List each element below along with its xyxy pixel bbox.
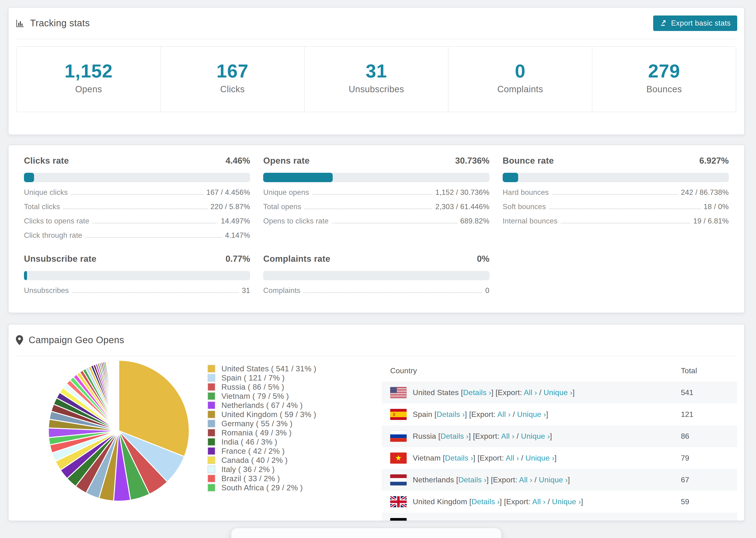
column-header-country: Country — [382, 360, 681, 382]
legend-item-label: France ( 42 / 2% ) — [221, 447, 285, 456]
export-unique-link[interactable]: Unique › — [544, 388, 572, 397]
export-all-link[interactable]: All › — [509, 519, 523, 521]
stat-line: Complaints 0 — [263, 287, 489, 295]
details-link[interactable]: Details › — [458, 476, 486, 484]
stat-line: Unique opens 1,152 / 30.736% — [263, 188, 489, 196]
legend-item-france[interactable]: France ( 42 / 2% ) — [207, 447, 316, 456]
legend-item-vietnam[interactable]: Vietnam ( 79 / 5% ) — [207, 392, 316, 401]
stat-line-label: Total opens — [263, 203, 301, 211]
legend-color-swatch — [207, 392, 215, 400]
export-basic-stats-button[interactable]: Export basic stats — [653, 16, 737, 31]
export-all-link[interactable]: All › — [497, 410, 511, 418]
legend-item-italy[interactable]: Italy ( 36 / 2% ) — [207, 465, 316, 474]
legend-item-russia[interactable]: Russia ( 86 / 5% ) — [207, 382, 316, 392]
summary-stat-clicks: 167 Clicks — [161, 47, 305, 112]
progress-bar — [24, 271, 250, 280]
dotted-leader — [303, 292, 482, 293]
stat-line: Click through rate 4.147% — [24, 232, 250, 240]
dotted-leader — [549, 208, 700, 209]
export-prefix: ] [Export: — [491, 388, 523, 397]
link-separator: / — [519, 454, 525, 462]
summary-stat-label: Bounces — [592, 84, 736, 94]
country-total-value: 121 — [681, 404, 737, 425]
country-name: Netherlands [ — [413, 476, 458, 484]
dotted-leader — [63, 208, 207, 209]
export-unique-link[interactable]: Unique › — [517, 410, 546, 418]
country-row-vn: Vietnam [Details ›] [Export: All › / Uni… — [382, 447, 737, 469]
legend-item-label: Canada ( 40 / 2% ) — [221, 456, 288, 465]
legend-item-label: Spain ( 121 / 7% ) — [221, 373, 285, 382]
stat-line: Total opens 2,303 / 61.446% — [263, 203, 489, 211]
legend-color-swatch — [207, 438, 215, 446]
summary-stat-bounces: 279 Bounces — [592, 47, 736, 112]
country-name: Spain [ — [413, 410, 437, 418]
export-prefix: ] [Export: — [465, 410, 497, 418]
rate-section-title: Opens rate — [263, 156, 309, 166]
details-link[interactable]: Details › — [445, 454, 473, 462]
country-flag-icon — [390, 496, 406, 507]
export-unique-link[interactable]: Unique › — [539, 476, 568, 484]
export-prefix: ] [Export: — [486, 476, 519, 484]
legend-item-united-states[interactable]: United States ( 541 / 31% ) — [207, 364, 316, 373]
stat-line-label: Total clicks — [24, 203, 60, 211]
dotted-leader — [92, 223, 218, 224]
legend-item-spain[interactable]: Spain ( 121 / 7% ) — [207, 373, 316, 382]
link-separator: / — [522, 519, 529, 521]
rate-section-clicks: Clicks rate 4.46% Unique clicks 167 / 4.… — [24, 156, 250, 240]
details-link[interactable]: Details › — [449, 519, 477, 521]
geo-chart-area: United States ( 541 / 31% ) Spain ( 121 … — [16, 356, 382, 521]
stat-line: Opens to clicks rate 689.82% — [263, 217, 489, 225]
stat-line: Hard bounces 242 / 86.738% — [503, 188, 729, 196]
legend-item-united-kingdom[interactable]: United Kingdom ( 59 / 3% ) — [207, 410, 316, 419]
country-total-value: 86 — [681, 425, 737, 447]
geo-pie-chart[interactable] — [45, 357, 192, 521]
legend-color-swatch — [207, 374, 215, 382]
bracket-close: ] — [546, 410, 548, 418]
export-button-label: Export basic stats — [671, 19, 730, 27]
progress-bar — [24, 173, 250, 182]
rate-section-unsubscribe: Unsubscribe rate 0.77% Unsubscribes 31 — [24, 254, 250, 295]
export-all-link[interactable]: All › — [506, 454, 519, 462]
export-unique-link[interactable]: Unique › — [529, 519, 558, 521]
country-name: Vietnam [ — [413, 454, 445, 462]
bracket-close: ] — [572, 388, 574, 397]
export-all-link[interactable]: All › — [501, 432, 514, 440]
progress-bar-fill — [503, 173, 518, 182]
legend-color-swatch — [207, 465, 215, 473]
details-link[interactable]: Details › — [441, 432, 469, 440]
country-flag-icon — [390, 409, 406, 420]
link-separator: / — [545, 497, 552, 506]
rate-section-title: Unsubscribe rate — [24, 254, 96, 264]
legend-item-romania[interactable]: Romania ( 49 / 3% ) — [207, 428, 316, 437]
legend-item-south-africa[interactable]: South Africa ( 29 / 2% ) — [207, 483, 316, 492]
details-link[interactable]: Details › — [463, 388, 491, 397]
export-unique-link[interactable]: Unique › — [525, 454, 554, 462]
legend-item-germany[interactable]: Germany ( 55 / 3% ) — [207, 419, 316, 428]
summary-stat-label: Clicks — [161, 84, 304, 94]
country-flag-icon — [390, 453, 406, 463]
country-cell-text: Germany [Details ›] [Export: All › / Uni… — [413, 519, 560, 521]
export-unique-link[interactable]: Unique › — [552, 497, 581, 506]
details-link[interactable]: Details › — [471, 497, 500, 506]
legend-item-india[interactable]: India ( 46 / 3% ) — [207, 437, 316, 447]
country-total-value: 67 — [681, 469, 737, 491]
summary-stat-value: 167 — [161, 60, 304, 82]
stat-line: Internal bounces 19 / 6.81% — [503, 217, 729, 225]
export-all-link[interactable]: All › — [532, 497, 546, 506]
summary-stat-opens: 1,152 Opens — [17, 47, 161, 112]
legend-item-netherlands[interactable]: Netherlands ( 67 / 4% ) — [207, 401, 316, 410]
legend-color-swatch — [207, 383, 215, 391]
rate-section-opens: Opens rate 30.736% Unique opens 1,152 / … — [263, 156, 489, 240]
legend-item-canada[interactable]: Canada ( 40 / 2% ) — [207, 456, 316, 465]
summary-stat-value: 31 — [305, 60, 448, 82]
export-all-link[interactable]: All › — [519, 476, 532, 484]
details-link[interactable]: Details › — [437, 410, 465, 418]
export-unique-link[interactable]: Unique › — [521, 432, 550, 440]
legend-color-swatch — [207, 365, 215, 372]
country-total-value: 541 — [681, 382, 737, 404]
country-row-de: Germany [Details ›] [Export: All › / Uni… — [382, 512, 737, 521]
legend-item-brazil[interactable]: Brazil ( 33 / 2% ) — [207, 474, 316, 483]
legend-item-label: Romania ( 49 / 3% ) — [221, 428, 292, 437]
export-all-link[interactable]: All › — [524, 388, 537, 397]
bar-chart-icon — [16, 19, 25, 28]
